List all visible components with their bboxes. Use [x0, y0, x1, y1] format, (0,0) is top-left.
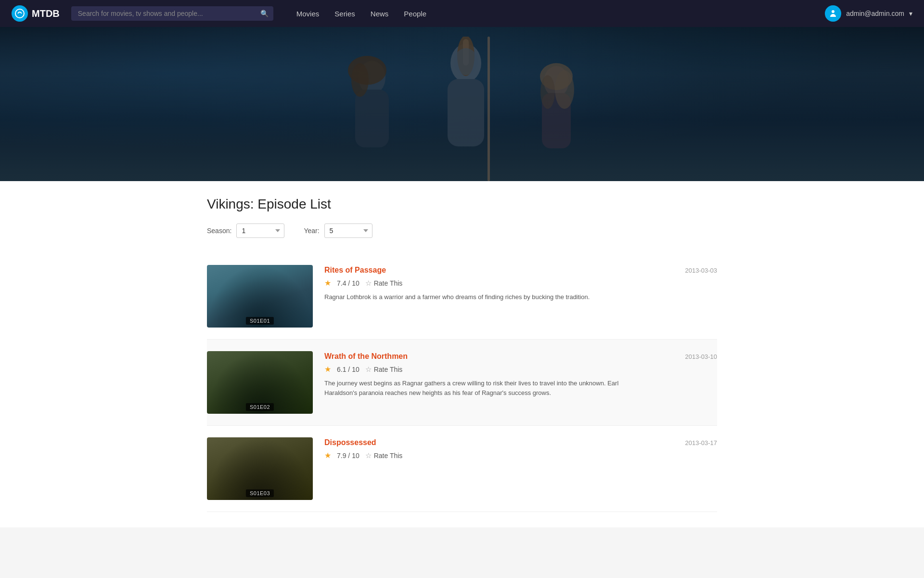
- season-filter-group: Season: 1 2 3 4 5 6: [207, 223, 284, 238]
- episodes-list: S01E01 Rites of Passage ★ 7.4 / 10 ☆ Rat…: [207, 253, 717, 512]
- episode-badge: S01E01: [246, 317, 274, 325]
- search-icon: 🔍: [260, 10, 269, 17]
- rate-this-label: Rate This: [374, 452, 403, 460]
- rating-value: 7.9 / 10: [337, 452, 359, 460]
- episode-date: 2013-03-17: [685, 437, 718, 447]
- content-wrapper: Vikings: Episode List Season: 1 2 3 4 5 …: [197, 197, 727, 512]
- episode-description: Ragnar Lothbrok is a warrior and a farme…: [324, 292, 623, 302]
- episode-thumbnail: S01E02: [207, 351, 313, 414]
- star-filled-icon: ★: [324, 365, 331, 374]
- season-label: Season:: [207, 227, 231, 235]
- brand-logo-icon: [12, 5, 28, 22]
- svg-point-16: [540, 75, 555, 109]
- episode-thumbnail: S01E03: [207, 437, 313, 500]
- episode-info: Rites of Passage ★ 7.4 / 10 ☆ Rate This …: [324, 265, 674, 302]
- nav-item-series[interactable]: Series: [334, 10, 355, 18]
- dropdown-icon: ▾: [909, 10, 912, 17]
- hero-figure-center: [413, 37, 519, 181]
- episode-description: The journey west begins as Ragnar gather…: [324, 379, 623, 397]
- star-filled-icon: ★: [324, 451, 331, 460]
- hero-figures: [294, 37, 630, 181]
- rate-this-button[interactable]: ☆ Rate This: [365, 279, 403, 288]
- brand-name: MTDB: [32, 8, 60, 19]
- episode-thumbnail: S01E01: [207, 265, 313, 328]
- filters-row: Season: 1 2 3 4 5 6 Year: 1 2 3 4 5: [207, 223, 717, 238]
- year-filter-group: Year: 1 2 3 4 5 6 7 8: [304, 223, 372, 238]
- episode-badge: S01E02: [246, 403, 274, 411]
- episode-info: Wrath of the Northmen ★ 6.1 / 10 ☆ Rate …: [324, 351, 674, 397]
- rating-value: 7.4 / 10: [337, 279, 359, 287]
- episode-rating-row: ★ 7.9 / 10 ☆ Rate This: [324, 451, 674, 460]
- rate-this-label: Rate This: [374, 366, 403, 373]
- rate-this-button[interactable]: ☆ Rate This: [365, 451, 403, 460]
- user-email: admin@admin.com: [846, 10, 904, 17]
- episode-item: S01E01 Rites of Passage ★ 7.4 / 10 ☆ Rat…: [207, 253, 717, 340]
- episode-title-link[interactable]: Wrath of the Northmen: [324, 352, 408, 361]
- rate-this-button[interactable]: ☆ Rate This: [365, 365, 403, 374]
- page-title: Vikings: Episode List: [207, 197, 717, 212]
- rate-star-icon: ☆: [365, 451, 372, 460]
- hero-figure-left: [326, 53, 418, 181]
- year-select[interactable]: 1 2 3 4 5 6 7 8: [324, 223, 372, 238]
- year-label: Year:: [304, 227, 319, 235]
- hero-banner: [0, 27, 924, 181]
- episode-rating-row: ★ 6.1 / 10 ☆ Rate This: [324, 365, 674, 374]
- main-nav: Movies Series News People: [296, 10, 426, 18]
- episode-date: 2013-03-03: [685, 265, 718, 274]
- nav-item-movies[interactable]: Movies: [296, 10, 320, 18]
- rate-star-icon: ☆: [365, 279, 372, 288]
- episode-title-link[interactable]: Rites of Passage: [324, 266, 386, 275]
- rating-value: 6.1 / 10: [337, 366, 359, 373]
- episode-info: Dispossessed ★ 7.9 / 10 ☆ Rate This: [324, 437, 674, 465]
- episode-item: S01E02 Wrath of the Northmen ★ 6.1 / 10 …: [207, 340, 717, 426]
- episode-rating-row: ★ 7.4 / 10 ☆ Rate This: [324, 278, 674, 288]
- season-select[interactable]: 1 2 3 4 5 6: [236, 223, 284, 238]
- brand-logo-link[interactable]: MTDB: [12, 5, 60, 22]
- nav-item-people[interactable]: People: [404, 10, 426, 18]
- svg-rect-3: [355, 90, 389, 147]
- svg-point-1: [832, 10, 834, 13]
- hero-figure-right: [514, 58, 598, 181]
- svg-point-15: [555, 70, 574, 109]
- episode-badge: S01E03: [246, 489, 274, 497]
- svg-point-5: [351, 63, 369, 97]
- svg-rect-7: [448, 79, 484, 146]
- search-container: 🔍: [71, 6, 273, 21]
- main-content: Vikings: Episode List Season: 1 2 3 4 5 …: [0, 181, 924, 527]
- svg-point-11: [454, 48, 478, 75]
- episode-item: S01E03 Dispossessed ★ 7.9 / 10 ☆ Rate Th…: [207, 426, 717, 512]
- avatar: [825, 5, 841, 22]
- svg-point-0: [15, 9, 24, 18]
- navbar: MTDB 🔍 Movies Series News People admin@a…: [0, 0, 924, 27]
- star-filled-icon: ★: [324, 278, 331, 288]
- search-input[interactable]: [71, 6, 273, 21]
- rate-star-icon: ☆: [365, 365, 372, 374]
- nav-item-news[interactable]: News: [371, 10, 389, 18]
- episode-date: 2013-03-10: [685, 351, 718, 360]
- svg-rect-10: [488, 37, 490, 181]
- episode-title-link[interactable]: Dispossessed: [324, 438, 376, 447]
- user-menu[interactable]: admin@admin.com ▾: [825, 5, 912, 22]
- rate-this-label: Rate This: [374, 279, 403, 287]
